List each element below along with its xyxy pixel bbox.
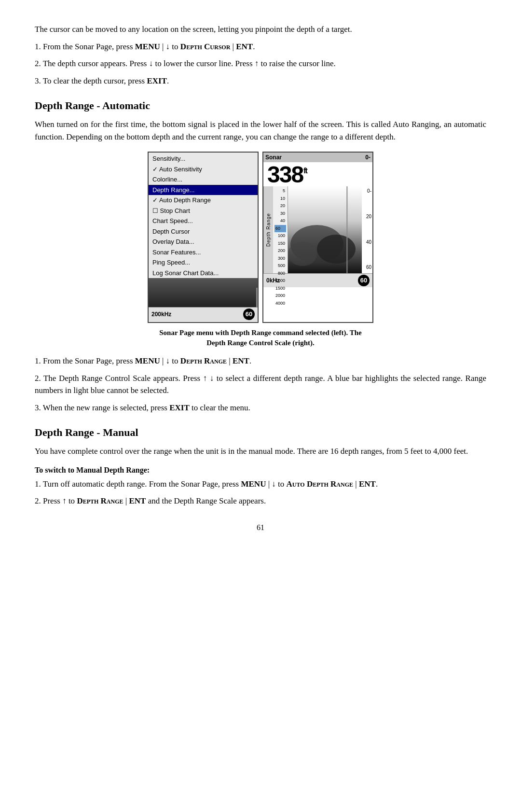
section2-step1: 1. Turn off automatic depth range. From … [35, 478, 486, 490]
s1-exit-key: EXIT [169, 403, 190, 412]
menu-sonar-preview [149, 278, 258, 307]
menu-item-stop-chart: ☐ Stop Chart [149, 206, 258, 216]
sonar-depth-display: 338ft [263, 162, 311, 186]
intro-step3: 3. To clear the depth cursor, press EXIT… [35, 75, 486, 87]
menu-key: MENU [135, 42, 160, 51]
sonar-panel: Sonar 0- 338ft Depth Range 5 10 20 30 40… [262, 152, 373, 323]
menu-item-log-sonar: Log Sonar Chart Data... [149, 268, 258, 279]
left-freq-label: 200kHz [151, 310, 171, 319]
section2-step2: 2. Press ↑ to Depth Range | ENT and the … [35, 495, 486, 507]
svg-point-2 [317, 235, 356, 264]
menu-item-auto-sensitivity: ✓ Auto Sensitivity [149, 164, 258, 175]
section1-p1: When turned on for the first time, the b… [35, 118, 486, 143]
menu-item-sensitivity: Sensitivity... [149, 154, 258, 164]
sonar-image-area [288, 186, 362, 273]
s1-ent-key: ENT [233, 356, 249, 365]
sonar-scale-right: 0- 20 40 60 [362, 186, 372, 273]
section2-p1: You have complete control over the range… [35, 445, 486, 458]
menu-panel: Sensitivity... ✓ Auto Sensitivity Colorl… [148, 152, 259, 323]
exit-key: EXIT [147, 76, 167, 85]
sonar-scale-left: 5 10 20 30 40 60 100 150 200 300 500 800… [273, 186, 288, 273]
menu-item-sonar-features: Sonar Features... [149, 247, 258, 258]
sonar-top-bar: Sonar 0- [263, 153, 372, 162]
page-number: 61 [35, 522, 486, 533]
sonar-svg [288, 186, 362, 273]
depth-cursor-sc: Depth Cursor [180, 42, 230, 51]
depth-range-label: Depth Range [263, 186, 273, 273]
s1-menu-key: MENU [135, 356, 160, 365]
echo-background [288, 186, 362, 273]
section1-step3: 3. When the new range is selected, press… [35, 402, 486, 414]
section2-sub-heading: To switch to Manual Depth Range: [35, 464, 486, 476]
intro-step2: 2. The depth cursor appears. Press ↓ to … [35, 57, 486, 70]
menu-item-ping-speed: Ping Speed... [149, 257, 258, 268]
right-freq-label: 0kHz [266, 276, 280, 285]
left-bottom-bar: 200kHz 60 [149, 307, 258, 321]
svg-point-3 [288, 242, 317, 266]
sonar-top-zero: 0- [365, 153, 370, 162]
sonar-label: Sonar [265, 153, 282, 162]
section1-heading: Depth Range - Automatic [35, 98, 486, 113]
menu-item-chart-speed: Chart Speed... [149, 216, 258, 226]
s2-depth-range-sc: Depth Range [77, 496, 123, 505]
sonar-ft-unit: ft [303, 167, 307, 175]
menu-item-colorline: Colorline... [149, 174, 258, 185]
right-badge: 60 [358, 275, 370, 286]
figure-caption: Sonar Page menu with Depth Range command… [35, 328, 486, 348]
s2-ent-key2: ENT [129, 496, 146, 505]
sonar-depth-value: 338 [267, 163, 303, 186]
menu-item-depth-cursor: Depth Cursor [149, 226, 258, 237]
s2-menu-key: MENU [241, 479, 266, 489]
section1-step2: 2. The Depth Range Control Scale appears… [35, 372, 486, 397]
menu-item-overlay-data: Overlay Data... [149, 237, 258, 247]
figure-wrap: Sensitivity... ✓ Auto Sensitivity Colorl… [35, 152, 486, 323]
section2-heading: Depth Range - Manual [35, 424, 486, 440]
ent-key: ENT [236, 42, 253, 51]
s1-depth-range-sc: Depth Range [180, 356, 227, 365]
s2-auto-depth-sc: Auto Depth Range [287, 479, 353, 489]
menu-item-depth-range: Depth Range... [149, 185, 258, 196]
section1-step1: 1. From the Sonar Page, press MENU | ↓ t… [35, 355, 486, 367]
s2-ent-key: ENT [359, 479, 376, 489]
menu-item-auto-depth-range: ✓ Auto Depth Range [149, 195, 258, 206]
intro-p1: The cursor can be moved to any location … [35, 23, 486, 36]
intro-step1: 1. From the Sonar Page, press MENU | ↓ t… [35, 41, 486, 53]
left-badge: 60 [243, 308, 255, 320]
